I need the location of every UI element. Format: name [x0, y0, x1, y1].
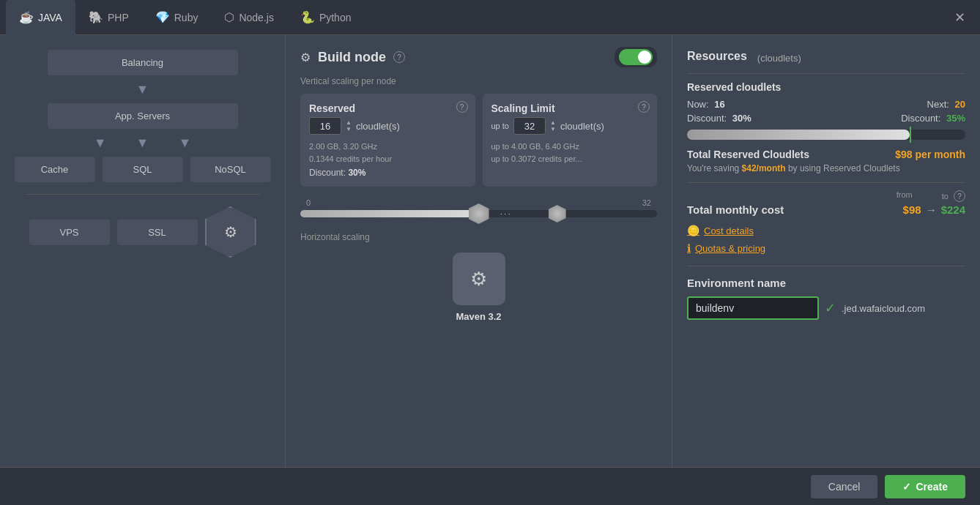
build-node-help-icon[interactable]: ? [393, 51, 405, 63]
build-node-hex-button[interactable]: ⚙ [205, 206, 256, 258]
vps-button[interactable]: VPS [29, 220, 110, 245]
sql-button[interactable]: SQL [103, 157, 183, 182]
maven-gear-icon: ⚙ [470, 268, 487, 291]
saving-text: You're saving $42/month by using Reserve… [687, 163, 965, 173]
quotas-link[interactable]: ℹ Quotas & pricing [687, 242, 965, 254]
cache-button[interactable]: Cache [15, 157, 95, 182]
resources-title: Resources [687, 50, 747, 63]
monthly-values: $98 → $224 [903, 203, 965, 216]
vps-ssl-hex-row: VPS SSL ⚙ [29, 206, 256, 258]
reserved-cloudlets-section-title: Reserved cloudlets [687, 81, 965, 93]
tab-php[interactable]: 🐘 PHP [75, 0, 142, 35]
reserved-card-title: Reserved [309, 102, 467, 114]
nosql-button[interactable]: NoSQL [190, 157, 271, 182]
total-reserved-row: Total Reserved Cloudlets $98 per month [687, 149, 965, 160]
tab-ruby[interactable]: 💎 Ruby [142, 0, 212, 35]
reserved-up-arrow[interactable]: ▲ [346, 120, 352, 126]
create-label: Create [916, 481, 948, 493]
total-monthly-section: from to ? Total monthly cost $98 → $224 [687, 182, 965, 216]
scaling-info2: up to 0.3072 credits per... [491, 153, 649, 165]
horizontal-scaling-label: Horizontal scaling [300, 232, 657, 242]
from-to-labels: from to ? [687, 190, 965, 202]
cancel-button[interactable]: Cancel [811, 475, 878, 498]
resources-header-row: Resources (cloudlets) [687, 50, 965, 66]
links-section: 🪙 Cost details ℹ Quotas & pricing [687, 225, 965, 254]
slider-thumb-scaling[interactable] [549, 205, 566, 222]
slider-fill [300, 210, 486, 217]
arrow-down-4: ▼ [178, 136, 191, 149]
monthly-cost-label: Total monthly cost [687, 203, 784, 216]
tab-nodejs[interactable]: ⬡ Node.js [211, 0, 286, 35]
resources-subtitle: (cloudlets) [757, 53, 801, 64]
tab-ruby-label: Ruby [174, 12, 198, 23]
maven-icon-box[interactable]: ⚙ [453, 252, 505, 305]
reserved-discount: Discount: 30% [309, 168, 467, 178]
scaling-help-icon[interactable]: ? [638, 101, 650, 113]
scaling-card-title: Scaling Limit [491, 102, 649, 114]
quotas-icon: ℹ [687, 242, 691, 254]
cost-details-icon: 🪙 [687, 225, 699, 236]
reserved-help-icon[interactable]: ? [456, 101, 468, 113]
reserved-info1: 2.00 GB, 3.20 GHz [309, 141, 467, 153]
reserved-cloudlets-label: cloudlet(s) [356, 121, 400, 132]
scaling-down-arrow[interactable]: ▼ [550, 127, 556, 132]
reserved-spinner[interactable]: ▲ ▼ [346, 120, 352, 132]
saving-amount: $42/month [742, 163, 786, 173]
scaling-up-arrow[interactable]: ▲ [550, 120, 556, 126]
from-label: from [897, 190, 913, 202]
ssl-button[interactable]: SSL [117, 220, 198, 245]
scaling-spinner[interactable]: ▲ ▼ [550, 120, 556, 132]
slider-section: 0 32 ··· [300, 198, 657, 217]
to-help-icon[interactable]: ? [954, 190, 965, 202]
tab-java[interactable]: ☕ JAVA [6, 0, 75, 35]
balancing-button[interactable]: Balancing [48, 50, 238, 75]
discount-now-text: Discount: 30% [687, 113, 751, 124]
progress-bar-fill [687, 130, 910, 140]
reserved-cloudlets-input[interactable]: 16 [309, 117, 341, 135]
nodejs-icon: ⬡ [224, 10, 234, 24]
java-icon: ☕ [19, 10, 34, 24]
scaling-cloudlets-input[interactable]: 32 [513, 117, 546, 135]
cost-details-link[interactable]: 🪙 Cost details [687, 225, 965, 236]
env-section: Environment name ✓ .jed.wafaicloud.com [687, 266, 965, 320]
reserved-input-row: 16 ▲ ▼ cloudlet(s) [309, 117, 467, 135]
app-servers-button[interactable]: App. Servers [48, 103, 238, 129]
discount-now-val: 30% [732, 113, 751, 124]
gear-icon-hex: ⚙ [224, 223, 237, 241]
slider-track[interactable]: ··· [300, 210, 657, 217]
resources-divider [687, 73, 965, 74]
toggle-label: ON [620, 53, 633, 61]
maven-label: Maven 3.2 [456, 311, 501, 322]
discount-row: Discount: 30% Discount: 35% [687, 113, 965, 124]
toggle-switch[interactable]: ON [619, 49, 653, 65]
total-reserved-value: $98 per month [895, 149, 965, 160]
reserved-discount-label: Discount: [309, 168, 346, 178]
tab-python[interactable]: 🐍 Python [287, 0, 365, 35]
discount-next-text: Discount: 35% [901, 113, 965, 124]
tab-bar: ☕ JAVA 🐘 PHP 💎 Ruby ⬡ Node.js 🐍 Python ✕ [0, 0, 980, 35]
to-label: to ? [942, 190, 965, 202]
slider-dots: ··· [500, 209, 512, 219]
monthly-from-value: $98 [903, 203, 921, 216]
scaling-upto-label: up to [491, 121, 509, 130]
ruby-icon: 💎 [155, 10, 170, 24]
right-panel: Resources (cloudlets) Reserved cloudlets… [672, 35, 980, 467]
toggle-thumb [638, 50, 651, 64]
tab-php-label: PHP [108, 12, 129, 23]
reserved-down-arrow[interactable]: ▼ [346, 127, 352, 132]
env-check-icon: ✓ [825, 300, 836, 316]
total-reserved-label: Total Reserved Cloudlets [687, 149, 809, 160]
tab-java-label: JAVA [38, 12, 62, 23]
env-name-input[interactable] [687, 296, 819, 320]
create-button[interactable]: ✓ Create [885, 475, 965, 498]
build-node-title: Build node [318, 50, 386, 65]
quotas-label: Quotas & pricing [695, 243, 765, 254]
next-label: Next: 20 [927, 99, 965, 110]
close-button[interactable]: ✕ [949, 8, 971, 27]
scaling-card: ? Scaling Limit up to 32 ▲ ▼ cloudlet(s)… [483, 94, 658, 187]
python-icon: 🐍 [300, 10, 315, 24]
left-panel: Balancing ▼ App. Servers ▼ ▼ ▼ Cache SQL… [0, 35, 286, 467]
reserved-info2: 0.1344 credits per hour [309, 153, 467, 165]
bottom-bar: Cancel ✓ Create [0, 467, 980, 505]
tab-nodejs-label: Node.js [239, 12, 273, 23]
